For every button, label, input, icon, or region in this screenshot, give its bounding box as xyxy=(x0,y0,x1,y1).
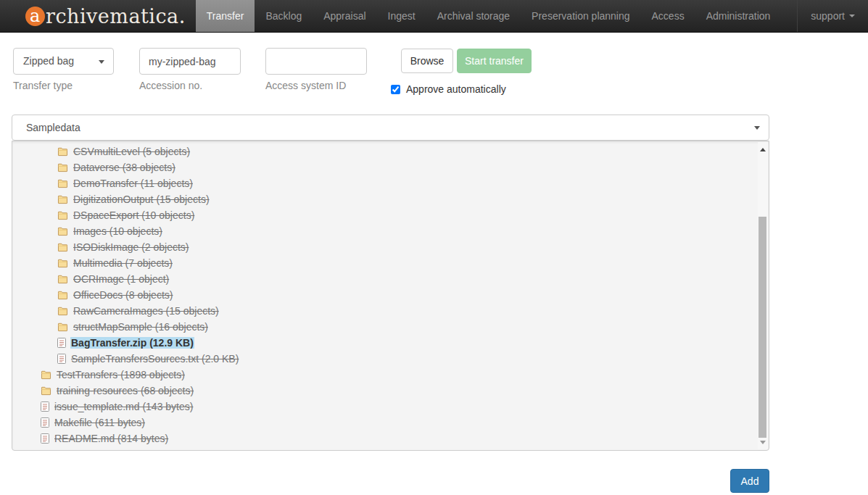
access-system-id-input[interactable] xyxy=(265,48,367,75)
tree-item-label: OCRImage (1 object) xyxy=(73,273,170,285)
source-location-value: Sampledata xyxy=(26,122,80,133)
folder-icon xyxy=(57,259,68,268)
tree-item-file[interactable]: BagTransfer.zip (12.9 KB) xyxy=(12,335,758,351)
select-caret-icon xyxy=(99,60,104,64)
select-caret-icon xyxy=(754,126,760,130)
tree-item-label: training-resources (68 objects) xyxy=(56,385,194,396)
tree-item-file[interactable]: issue_template.md (143 bytes) xyxy=(12,399,758,415)
tree-item-label: BagTransfer.zip (12.9 KB) xyxy=(70,337,194,349)
tree-item-label: README.md (814 bytes) xyxy=(54,433,169,444)
folder-icon xyxy=(57,243,68,252)
file-icon xyxy=(41,433,49,444)
tree-item-folder[interactable]: Multimedia (7 objects) xyxy=(12,255,758,271)
tree-item-folder[interactable]: DigitizationOutput (15 objects) xyxy=(12,191,758,207)
folder-icon xyxy=(41,386,51,396)
nav-item-access[interactable]: Access xyxy=(641,0,695,32)
approve-automatically-label: Approve automatically xyxy=(406,83,506,95)
tree-item-label: OfficeDocs (8 objects) xyxy=(73,289,173,301)
folder-icon xyxy=(57,275,68,284)
start-transfer-button[interactable]: Start transfer xyxy=(457,49,532,73)
tree-item-label: CSVmultiLevel (5 objects) xyxy=(73,146,191,157)
logo-text: rchivematica. xyxy=(46,5,186,28)
folder-icon xyxy=(57,227,68,236)
navbar-items: TransferBacklogAppraisalIngestArchival s… xyxy=(196,0,782,32)
folder-icon xyxy=(57,179,68,188)
access-system-id-label: Access system ID xyxy=(265,80,346,91)
tree-item-folder[interactable]: RawCameraImages (15 objects) xyxy=(12,303,758,319)
tree-item-label: Makefile (611 bytes) xyxy=(54,417,146,428)
folder-icon xyxy=(57,291,68,300)
scroll-up-arrow-icon[interactable] xyxy=(758,143,768,155)
chevron-down-icon xyxy=(849,14,855,17)
accession-number-input[interactable] xyxy=(139,48,241,75)
tree-item-folder[interactable]: DSpaceExport (10 objects) xyxy=(12,207,758,223)
file-icon xyxy=(57,338,66,348)
tree-item-folder[interactable]: DemoTransfer (11 objects) xyxy=(12,175,758,191)
tree-item-label: issue_template.md (143 bytes) xyxy=(54,401,194,412)
file-icon xyxy=(57,354,66,364)
tree-item-folder[interactable]: Dataverse (38 objects) xyxy=(12,159,758,175)
tree-item-folder[interactable]: OCRImage (1 object) xyxy=(12,271,758,287)
support-menu[interactable]: support xyxy=(797,0,868,32)
tree-item-file[interactable]: README.md (814 bytes) xyxy=(12,430,758,446)
nav-item-administration[interactable]: Administration xyxy=(695,0,782,32)
folder-icon xyxy=(57,195,68,204)
archivematica-logo[interactable]: archivematica. xyxy=(25,0,186,32)
file-tree-panel: CSVmultiLevel (5 objects)Dataverse (38 o… xyxy=(12,141,769,451)
tree-item-folder[interactable]: OfficeDocs (8 objects) xyxy=(12,287,758,303)
folder-icon xyxy=(57,307,68,316)
transfer-type-select[interactable]: Zipped bag xyxy=(13,48,114,75)
tree-scrollbar[interactable] xyxy=(758,142,768,449)
add-button[interactable]: Add xyxy=(730,469,769,493)
tree-item-label: DSpaceExport (10 objects) xyxy=(73,209,195,221)
tree-item-folder[interactable]: training-resources (68 objects) xyxy=(12,383,758,399)
nav-item-appraisal[interactable]: Appraisal xyxy=(313,0,376,32)
tree-item-folder[interactable]: ISODiskImage (2 objects) xyxy=(12,239,758,255)
tree-item-label: DemoTransfer (11 objects) xyxy=(73,178,194,189)
tree-item-label: TestTransfers (1898 objects) xyxy=(56,369,186,380)
folder-icon xyxy=(57,211,68,220)
folder-icon xyxy=(57,323,68,332)
tree-item-folder[interactable]: CSVmultiLevel (5 objects) xyxy=(12,143,758,159)
tree-item-label: DigitizationOutput (15 objects) xyxy=(73,194,210,205)
tree-item-label: Images (10 objects) xyxy=(73,225,163,237)
top-navbar: archivematica. TransferBacklogAppraisalI… xyxy=(0,0,868,33)
approve-automatically-row: Approve automatically xyxy=(391,83,506,95)
scroll-down-arrow-icon[interactable] xyxy=(758,436,768,448)
nav-item-ingest[interactable]: Ingest xyxy=(377,0,426,32)
tree-item-file[interactable]: SampleTransfersSources.txt (2.0 KB) xyxy=(12,351,758,367)
support-label: support xyxy=(811,10,845,22)
tree-item-label: structMapSample (16 objects) xyxy=(73,321,209,333)
scrollbar-thumb[interactable] xyxy=(759,217,766,438)
transfer-type-value: Zipped bag xyxy=(23,55,74,67)
tree-item-label: RawCameraImages (15 objects) xyxy=(73,305,220,317)
nav-item-backlog[interactable]: Backlog xyxy=(255,0,313,32)
tree-item-file[interactable]: Makefile (611 bytes) xyxy=(12,415,758,430)
folder-icon xyxy=(57,163,68,172)
tree-item-folder[interactable]: structMapSample (16 objects) xyxy=(12,319,758,335)
tree-item-label: Multimedia (7 objects) xyxy=(73,257,173,269)
source-location-select[interactable]: Sampledata xyxy=(12,115,769,141)
folder-icon xyxy=(41,370,51,380)
transfer-type-label: Transfer type xyxy=(13,80,73,91)
tree-item-folder[interactable]: Images (10 objects) xyxy=(12,223,758,239)
nav-item-archival-storage[interactable]: Archival storage xyxy=(426,0,521,32)
tree-item-label: SampleTransfersSources.txt (2.0 KB) xyxy=(70,353,239,365)
nav-item-transfer[interactable]: Transfer xyxy=(196,0,255,32)
tree-item-folder[interactable]: TestTransfers (1898 objects) xyxy=(12,367,758,383)
file-icon xyxy=(41,417,49,428)
file-tree-list: CSVmultiLevel (5 objects)Dataverse (38 o… xyxy=(12,143,758,446)
tree-item-label: Dataverse (38 objects) xyxy=(73,162,176,173)
approve-automatically-checkbox[interactable] xyxy=(391,85,400,94)
logo-a-icon: a xyxy=(25,7,45,26)
folder-icon xyxy=(57,147,68,157)
nav-item-preservation-planning[interactable]: Preservation planning xyxy=(521,0,640,32)
browse-button[interactable]: Browse xyxy=(401,49,453,73)
file-icon xyxy=(41,402,49,412)
tree-item-label: ISODiskImage (2 objects) xyxy=(73,241,190,253)
accession-label: Accession no. xyxy=(139,80,202,91)
